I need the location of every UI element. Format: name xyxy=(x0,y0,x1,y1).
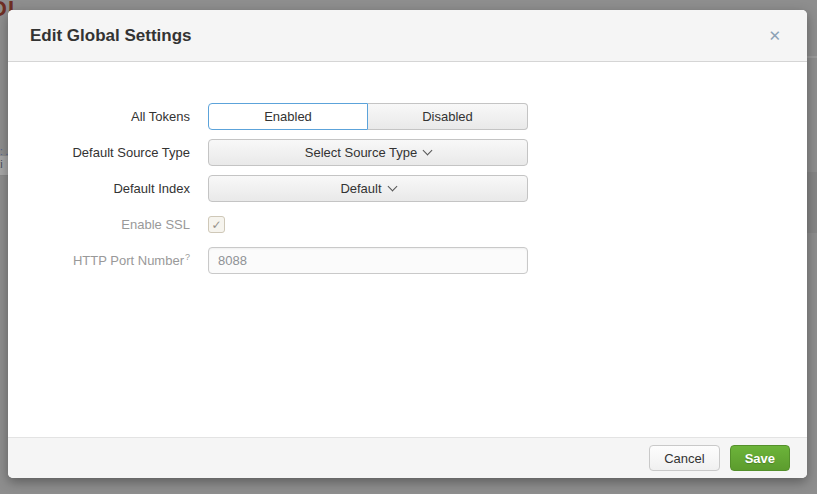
field-row-default-source-type: Default Source Type Select Source Type xyxy=(16,139,807,166)
dialog-header: Edit Global Settings ✕ xyxy=(8,10,807,62)
default-index-label: Default Index xyxy=(16,181,190,196)
enable-ssl-label: Enable SSL xyxy=(16,217,190,232)
chevron-down-icon xyxy=(387,182,397,192)
enable-ssl-checkbox: ✓ xyxy=(208,216,225,233)
field-row-all-tokens: All Tokens Enabled Disabled xyxy=(16,103,807,130)
screen: DI : . eti Edit Global Settings ✕ All To… xyxy=(0,0,817,494)
background-page-scroll-band xyxy=(807,172,817,233)
background-page-tab-fragment: eti xyxy=(0,156,8,176)
default-source-type-label: Default Source Type xyxy=(16,145,190,160)
field-row-http-port-number: HTTP Port Number? xyxy=(16,247,807,274)
default-index-value: Default xyxy=(340,181,381,196)
checkmark-icon: ✓ xyxy=(211,219,221,231)
cancel-button[interactable]: Cancel xyxy=(649,445,719,471)
chevron-down-icon xyxy=(423,146,433,156)
default-index-dropdown[interactable]: Default xyxy=(208,175,528,202)
dialog-footer: Cancel Save xyxy=(8,437,807,478)
all-tokens-toggle: Enabled Disabled xyxy=(208,103,528,130)
field-row-enable-ssl: Enable SSL ✓ xyxy=(16,211,807,238)
all-tokens-label: All Tokens xyxy=(16,109,190,124)
default-source-type-value: Select Source Type xyxy=(305,145,418,160)
close-icon[interactable]: ✕ xyxy=(764,26,785,45)
http-port-number-label-text: HTTP Port Number xyxy=(73,254,184,269)
all-tokens-disabled-button[interactable]: Disabled xyxy=(368,103,528,130)
dialog-title: Edit Global Settings xyxy=(30,26,192,46)
help-superscript: ? xyxy=(185,252,190,262)
edit-global-settings-dialog: Edit Global Settings ✕ All Tokens Enable… xyxy=(8,10,807,478)
save-button[interactable]: Save xyxy=(730,445,790,471)
default-source-type-dropdown[interactable]: Select Source Type xyxy=(208,139,528,166)
background-page-tab-text: eti xyxy=(0,158,3,170)
field-row-default-index: Default Index Default xyxy=(16,175,807,202)
http-port-number-input xyxy=(208,247,528,274)
all-tokens-enabled-button[interactable]: Enabled xyxy=(208,103,368,130)
http-port-number-label: HTTP Port Number? xyxy=(16,252,190,268)
dialog-body: All Tokens Enabled Disabled Default Sour… xyxy=(8,62,807,437)
